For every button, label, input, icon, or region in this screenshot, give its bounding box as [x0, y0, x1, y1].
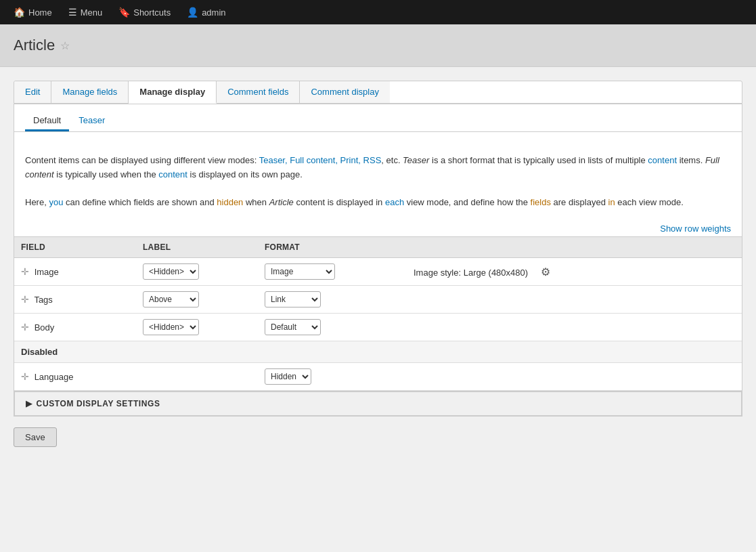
row-weights-section: Show row weights: [14, 221, 742, 236]
shortcuts-icon: 🔖: [118, 7, 130, 18]
label-tags-select[interactable]: <Hidden> Above Inline - Hidden -: [143, 291, 199, 307]
drag-handle-image[interactable]: ✛: [21, 266, 29, 277]
format-language-select[interactable]: Hidden Visible: [265, 368, 311, 385]
topbar-shortcuts-label: Shortcuts: [133, 7, 171, 18]
custom-display-triangle: ▶: [26, 399, 32, 408]
save-button[interactable]: Save: [14, 427, 57, 447]
format-body-select[interactable]: Default Plain text - Hidden -: [265, 319, 321, 335]
secondary-tabs: Default Teaser: [14, 104, 742, 132]
gear-button-image[interactable]: ⚙: [538, 264, 553, 280]
label-language-cell: [136, 363, 258, 391]
star-icon[interactable]: ☆: [60, 39, 70, 52]
drag-handle-body[interactable]: ✛: [21, 322, 29, 333]
drag-handle-language[interactable]: ✛: [21, 371, 29, 382]
tab-teaser[interactable]: Teaser: [70, 111, 113, 131]
topbar-home-label: Home: [28, 7, 52, 18]
field-language-cell: ✛ Language: [14, 363, 136, 391]
tab-comment-display[interactable]: Comment display: [300, 81, 389, 103]
label-image-cell: <Hidden> Above Inline - Hidden -: [136, 258, 258, 286]
format-image-select[interactable]: Image URL to image - Hidden -: [265, 263, 335, 280]
extra-language-cell: [407, 363, 742, 391]
tab-manage-display[interactable]: Manage display: [129, 81, 217, 104]
col-header-field: FIELD: [14, 237, 136, 258]
field-image-cell: ✛ Image: [14, 258, 136, 286]
primary-tabs: Edit Manage fields Manage display Commen…: [14, 81, 742, 104]
col-header-format: FORMAT: [258, 237, 407, 258]
topbar-admin-label: admin: [202, 7, 225, 18]
topbar-menu-label: Menu: [81, 7, 103, 18]
drag-handle-tags[interactable]: ✛: [21, 294, 29, 305]
topbar-home[interactable]: 🏠 Home: [7, 0, 59, 24]
col-header-extra: [407, 237, 742, 258]
info-text: Content items can be displayed using dif…: [14, 143, 742, 221]
field-tags-name: Tags: [34, 295, 52, 305]
topbar-shortcuts[interactable]: 🔖 Shortcuts: [112, 0, 177, 24]
format-image-cell: Image URL to image - Hidden -: [258, 258, 407, 286]
label-body-cell: <Hidden> Above Inline - Hidden -: [136, 314, 258, 341]
disabled-label: Disabled: [14, 341, 742, 363]
field-body-cell: ✛ Body: [14, 314, 136, 341]
tab-edit[interactable]: Edit: [14, 81, 51, 103]
topbar: 🏠 Home ☰ Menu 🔖 Shortcuts 👤 admin: [0, 0, 756, 24]
custom-display-header[interactable]: ▶ CUSTOM DISPLAY SETTINGS: [14, 391, 742, 416]
page-title: Article ☆: [14, 37, 742, 54]
main-content: Edit Manage fields Manage display Commen…: [0, 67, 756, 552]
table-row: ✛ Body <Hidden> Above Inline - Hidden -: [14, 314, 742, 341]
image-extra-text: Image style: Large (480x480): [414, 268, 528, 278]
show-row-weights-link[interactable]: Show row weights: [660, 224, 731, 234]
format-language-cell: Hidden Visible: [258, 363, 407, 391]
table-row: ✛ Language Hidden Visible: [14, 363, 742, 391]
field-tags-cell: ✛ Tags: [14, 286, 136, 314]
topbar-menu[interactable]: ☰ Menu: [62, 0, 110, 24]
disabled-section-row: Disabled: [14, 341, 742, 363]
table-row: ✛ Image <Hidden> Above Inline - Hidden -: [14, 258, 742, 286]
format-body-cell: Default Plain text - Hidden -: [258, 314, 407, 341]
custom-display-label: CUSTOM DISPLAY SETTINGS: [37, 399, 160, 408]
page-header: Article ☆: [0, 24, 756, 67]
label-image-select[interactable]: <Hidden> Above Inline - Hidden -: [143, 263, 199, 280]
topbar-admin[interactable]: 👤 admin: [180, 0, 232, 24]
custom-display-section: ▶ CUSTOM DISPLAY SETTINGS: [14, 391, 742, 416]
extra-tags-cell: [407, 286, 742, 314]
format-tags-cell: Link Plain text - Hidden -: [258, 286, 407, 314]
label-tags-cell: <Hidden> Above Inline - Hidden -: [136, 286, 258, 314]
tab-manage-fields[interactable]: Manage fields: [51, 81, 129, 103]
home-icon: 🏠: [14, 7, 25, 18]
menu-icon: ☰: [68, 7, 77, 18]
fields-table: FIELD LABEL FORMAT ✛ Image <Hidden>: [14, 236, 742, 391]
format-tags-select[interactable]: Link Plain text - Hidden -: [265, 291, 321, 307]
tab-default[interactable]: Default: [25, 111, 69, 131]
table-row: ✛ Tags <Hidden> Above Inline - Hidden -: [14, 286, 742, 314]
field-image-name: Image: [35, 267, 59, 277]
admin-icon: 👤: [187, 7, 198, 18]
extra-body-cell: [407, 314, 742, 341]
field-language-name: Language: [35, 372, 74, 382]
tab-comment-fields[interactable]: Comment fields: [217, 81, 300, 103]
extra-image-cell: Image style: Large (480x480) ⚙: [407, 258, 742, 286]
label-body-select[interactable]: <Hidden> Above Inline - Hidden -: [143, 319, 199, 335]
col-header-label: LABEL: [136, 237, 258, 258]
content-area: Default Teaser Content items can be disp…: [14, 104, 742, 417]
field-body-name: Body: [35, 322, 55, 333]
